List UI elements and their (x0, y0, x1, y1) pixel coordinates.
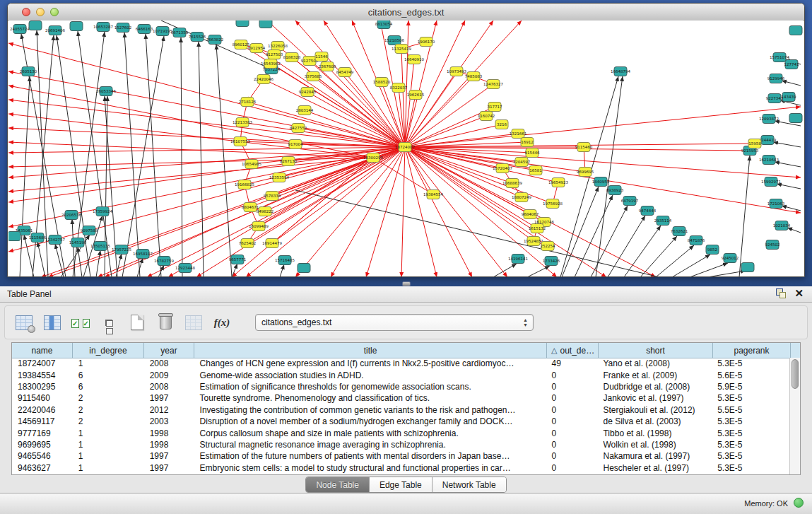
close-icon[interactable]: ✕ (794, 288, 804, 298)
panel-splitter[interactable] (0, 277, 812, 286)
graph-node-label: 2935114 (654, 218, 672, 223)
network-window[interactable]: citations_edges.txt 24055724206914061065… (7, 3, 805, 277)
rows-icon[interactable] (100, 313, 118, 332)
table-cell: Estimation of the future numbers of pati… (194, 451, 546, 461)
table-cell: 2008 (144, 358, 194, 368)
table-select-value: citations_edges.txt (261, 317, 331, 327)
graph-node-label: 1145193 (69, 240, 87, 245)
table-row[interactable]: 1872400712008Changes of HCN gene express… (12, 358, 789, 369)
column-header-out_de[interactable]: △out_de… (547, 343, 599, 358)
column-header-name[interactable]: name (12, 343, 73, 358)
table-cell: 22420046 (12, 405, 73, 415)
table-row[interactable]: 911546021997Tourette syndrome. Phenomeno… (12, 392, 789, 404)
graph-node-label: 11325419 (392, 47, 411, 51)
delete-column-icon[interactable] (156, 313, 175, 332)
graph-node-label: 8938923 (606, 188, 624, 192)
table-cell: 1 (73, 463, 144, 473)
graph-node[interactable] (298, 264, 310, 273)
graph-node-label: 17957225 (112, 247, 131, 252)
table-cell: 9777169 (12, 428, 73, 438)
table-cell: 2003 (144, 416, 194, 426)
graph-node-label: 9684067 (522, 212, 539, 216)
table-panel: Table Panel ✕ ✓✓ f(x) citations_edges.tx… (0, 286, 812, 514)
graph-node-label: 1321661 (510, 132, 527, 136)
table-row[interactable]: 1456911722003Disruption of a novel membe… (12, 416, 789, 427)
citation-network-graph[interactable]: 2405572420691406106532871527602646616310… (8, 21, 804, 276)
graph-node-label: 8498222 (257, 209, 274, 214)
graph-node-label: 12093872 (759, 117, 779, 121)
citation-edge-red (405, 21, 465, 147)
network-canvas[interactable]: 2405572420691406106532871527602646616310… (8, 21, 804, 276)
vertical-scrollbar[interactable] (789, 358, 800, 474)
network-window-titlebar[interactable]: citations_edges.txt (8, 4, 804, 21)
table-header-row: namein_degreeyeartitle△out_de…shortpager… (12, 343, 800, 358)
graph-node[interactable] (236, 21, 249, 27)
graph-node-label: 3216 (497, 122, 507, 127)
function-builder-icon[interactable]: f(x) (213, 313, 231, 332)
table-row[interactable]: 946362711997Embryonic stem cells: a mode… (12, 462, 789, 474)
table-cell: 0 (546, 416, 598, 426)
table-cell: 1 (73, 440, 144, 450)
graph-node[interactable] (29, 21, 42, 30)
new-column-icon[interactable] (128, 313, 146, 332)
graph-node[interactable] (70, 22, 83, 31)
table-row[interactable]: 969969511998Structural magnetic resonanc… (12, 439, 789, 450)
table-mode-icon[interactable] (15, 313, 33, 332)
citation-edge-black (775, 162, 801, 167)
table-row[interactable]: 946554611997Estimation of the future num… (12, 450, 789, 462)
table-cell: Tourette syndrome. Phenomenology and cla… (194, 393, 546, 403)
graph-node-label: 9215953 (741, 148, 759, 153)
column-header-short[interactable]: short (599, 343, 713, 358)
delete-table-icon[interactable] (184, 313, 203, 332)
graph-node-label: 1527602 (114, 25, 132, 30)
graph-node-label: 9852 (707, 247, 717, 252)
table-cell: 6 (73, 370, 144, 380)
tab-edge-table[interactable]: Edge Table (370, 477, 433, 492)
graph-node[interactable] (8, 232, 20, 241)
citation-edge-black (37, 242, 45, 276)
table-cell: 5.5E-5 (712, 405, 789, 415)
column-header-in_degree[interactable]: in_degree (73, 343, 144, 358)
table-row[interactable]: 1830029562008Estimation of significance … (12, 381, 789, 392)
table-cell: 9463627 (12, 463, 73, 473)
graph-node-label: 1733426 (543, 259, 560, 263)
citation-edge-black (596, 76, 623, 276)
citation-edge-red (41, 158, 373, 276)
graph-node-label: 9115460 (575, 145, 593, 149)
graph-node-label: 915446 (525, 151, 540, 155)
graph-node-label: 15992971 (761, 180, 781, 184)
graph-node-label: 10688639 (502, 181, 522, 185)
graph-node[interactable] (789, 26, 802, 35)
tab-node-table[interactable]: Node Table (306, 477, 370, 492)
graph-node-label: 12353594 (269, 175, 289, 180)
graph-node-label: 19166825 (235, 182, 254, 187)
table-cell: 2008 (144, 382, 194, 392)
graph-node-label: 18807249 (512, 195, 531, 199)
column-header-year[interactable]: year (144, 343, 194, 358)
graph-node[interactable] (741, 263, 754, 272)
select-all-icon[interactable]: ✓✓ (71, 313, 90, 332)
table-cell: 5.3E-5 (712, 393, 789, 403)
graph-node[interactable] (259, 21, 272, 28)
table-cell: 0 (546, 440, 598, 450)
show-column-icon[interactable] (43, 313, 61, 332)
table-cell: Investigating the contribution of common… (194, 405, 546, 415)
graph-node-label: 13505135 (90, 244, 110, 248)
scrollbar-thumb[interactable] (792, 359, 799, 389)
table-cell: Stergiakouli et al. (2012) (597, 405, 712, 415)
column-header-title[interactable]: title (194, 343, 547, 358)
graph-node[interactable] (789, 114, 802, 123)
float-window-icon[interactable] (776, 288, 786, 298)
graph-node-label: 19384554 (423, 192, 443, 197)
graph-node-label: 10719195 (153, 29, 172, 33)
table-row[interactable]: 2242004622012Investigating the contribut… (12, 404, 789, 416)
graph-node-label: 8427552 (290, 126, 307, 130)
table-row[interactable]: 1938455462009Genome-wide association stu… (12, 369, 789, 380)
column-header-pagerank[interactable]: pagerank (713, 343, 791, 358)
table-row[interactable]: 977716911998Corpus callosum shape and si… (12, 427, 789, 438)
tab-network-table[interactable]: Network Table (433, 477, 506, 492)
graph-node-label: 16210643 (759, 158, 779, 162)
table-select-dropdown[interactable]: citations_edges.txt ▲▼ (255, 314, 534, 331)
table-cell: Wolkin et al. (1998) (597, 440, 712, 450)
splitter-grip-icon[interactable] (402, 281, 411, 286)
